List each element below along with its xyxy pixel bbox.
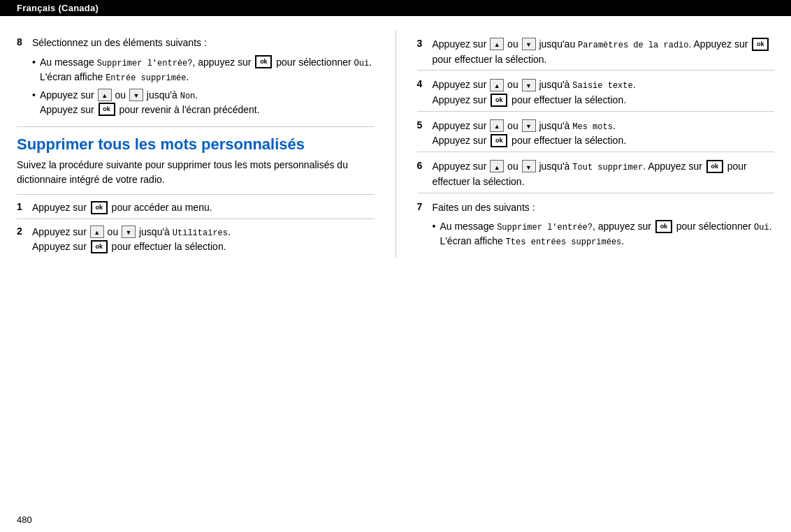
down-icon-s3 [525, 36, 532, 52]
step-6-number: 6 [417, 159, 433, 171]
mono-tout-supprimer: Tout supprimer [572, 163, 643, 172]
right-column: 3 Appuyez sur ou jusqu'au Paramètres de … [396, 30, 775, 258]
step-2-number: 2 [17, 225, 32, 237]
up-arrow-s4 [490, 79, 504, 91]
step-7-intro: Faites un des suivants : [433, 202, 535, 213]
step-3-body: Appuyez sur ou jusqu'au Paramètres de la… [433, 37, 775, 67]
step-5-body: Appuyez sur ou jusqu'à Mes mots. Appuyez… [433, 119, 775, 149]
bullet-7-1-text: Au message Supprimer l'entrée?, appuyez … [440, 219, 774, 249]
up-arrow-icon-1 [101, 87, 108, 102]
down-arrow-btn-1 [129, 89, 143, 101]
ok-btn-2: ok [99, 103, 115, 116]
mono-oui-1: Oui [354, 59, 370, 68]
up-arrow-s6 [490, 160, 504, 172]
ok-btn-s4: ok [491, 94, 507, 107]
up-icon-s3 [494, 36, 500, 52]
step-4-number: 4 [417, 77, 433, 89]
down-icon-s5 [525, 118, 532, 133]
down-arrow-btn-s2 [122, 226, 136, 238]
down-arrow-s5 [522, 119, 536, 132]
section-desc: Suivez la procédure suivante pour suppri… [17, 158, 375, 187]
up-arrow-btn-s2 [90, 226, 104, 238]
step-7: 7 Faites un des suivants : • Au message … [417, 193, 775, 256]
ok-btn-step2: ok [91, 240, 108, 253]
mono-ttes-entrees: Ttes entrées supprimées [506, 237, 622, 247]
step-7-number: 7 [417, 200, 433, 212]
bullet-dot-1: • [32, 55, 36, 84]
mono-oui-7: Oui [754, 223, 769, 232]
down-arrow-s6 [522, 160, 536, 172]
step-8: 8 Sélectionnez un des éléments suivants … [17, 30, 375, 124]
bullet-1-text: Au message Supprimer l'entrée?, appuyez … [40, 55, 375, 84]
bullet-2-text: Appuyez sur ou jusqu'à Non. Appuyez sur … [40, 88, 260, 117]
down-arrow-s3 [522, 38, 536, 50]
step-5: 5 Appuyez sur ou jusqu'à Mes mots. Appuy… [417, 111, 775, 152]
bullet-1: • Au message Supprimer l'entrée?, appuye… [32, 55, 375, 84]
ok-btn-s5: ok [491, 134, 507, 147]
up-icon-s6 [494, 159, 500, 175]
ok-btn-s6: ok [706, 160, 723, 173]
step-5-number: 5 [417, 119, 433, 131]
step-1-body: Appuyez sur ok pour accéder au menu. [32, 200, 375, 216]
step-7-body: Faites un des suivants : • Au message Su… [433, 200, 775, 253]
down-arrow-icon-s2 [126, 224, 132, 239]
ok-btn-7: ok [655, 220, 672, 233]
mono-non: Non [180, 91, 196, 101]
step-4-body: Appuyez sur ou jusqu'à Saisie texte. App… [433, 77, 775, 108]
page-number: 480 [17, 515, 32, 525]
bullet-dot-7-1: • [433, 219, 436, 249]
step-8-number: 8 [17, 36, 32, 47]
step-2-body: Appuyez sur ou jusqu'à Utilitaires. Appu… [32, 225, 375, 255]
down-arrow-s4 [522, 79, 536, 91]
step-1: 1 Appuyez sur ok pour accéder au menu. [17, 194, 375, 219]
step-8-body: Sélectionnez un des éléments suivants : … [32, 36, 375, 121]
mono-utilitaires: Utilitaires [173, 228, 228, 238]
bullet-2: • Appuyez sur ou jusqu'à Non. Appuyez su… [32, 88, 375, 117]
page-header: Français (Canada) [0, 0, 791, 16]
up-arrow-s5 [490, 119, 504, 132]
down-icon-s6 [525, 159, 532, 175]
up-icon-s4 [494, 77, 500, 93]
step-4: 4 Appuyez sur ou jusqu'à Saisie texte. A… [417, 70, 775, 110]
ok-btn-step1: ok [91, 201, 108, 214]
mono-parametres-radio: Paramètres de la radio [578, 40, 688, 50]
page-footer: 480 [17, 515, 32, 525]
step-1-number: 1 [17, 200, 32, 212]
step-3: 3 Appuyez sur ou jusqu'au Paramètres de … [417, 30, 775, 70]
mono-saisie-texte: Saisie texte [572, 81, 632, 91]
down-icon-s4 [525, 77, 532, 93]
up-arrow-btn-1 [98, 89, 112, 101]
bullet-7-1: • Au message Supprimer l'entrée?, appuye… [433, 219, 775, 249]
bullet-dot-2: • [32, 88, 36, 117]
ok-btn-1: ok [255, 55, 272, 68]
down-arrow-icon-1 [133, 87, 140, 102]
mono-supprimer: Supprimer l'entrée? [97, 59, 193, 68]
ok-btn-s3: ok [752, 38, 769, 51]
step-6: 6 Appuyez sur ou jusqu'à Tout supprimer.… [417, 152, 775, 192]
up-icon-s5 [494, 118, 500, 133]
header-title: Français (Canada) [17, 3, 99, 13]
up-arrow-icon-s2 [94, 224, 100, 239]
section-heading-supprimer: Supprimer tous les mots personnalisés [17, 126, 375, 154]
step-2: 2 Appuyez sur ou jusqu'à Utilitaires. Ap… [17, 219, 375, 258]
mono-entree-supprimee: Entrée supprimée [106, 73, 186, 83]
up-arrow-s3 [490, 38, 504, 50]
step-8-text: Sélectionnez un des éléments suivants : [32, 37, 207, 48]
left-column: 8 Sélectionnez un des éléments suivants … [17, 30, 396, 258]
step-3-number: 3 [417, 37, 433, 49]
mono-supprimer-7: Supprimer l'entrée? [497, 223, 593, 232]
step-6-body: Appuyez sur ou jusqu'à Tout supprimer. A… [433, 159, 775, 189]
mono-mes-mots: Mes mots [572, 122, 613, 132]
